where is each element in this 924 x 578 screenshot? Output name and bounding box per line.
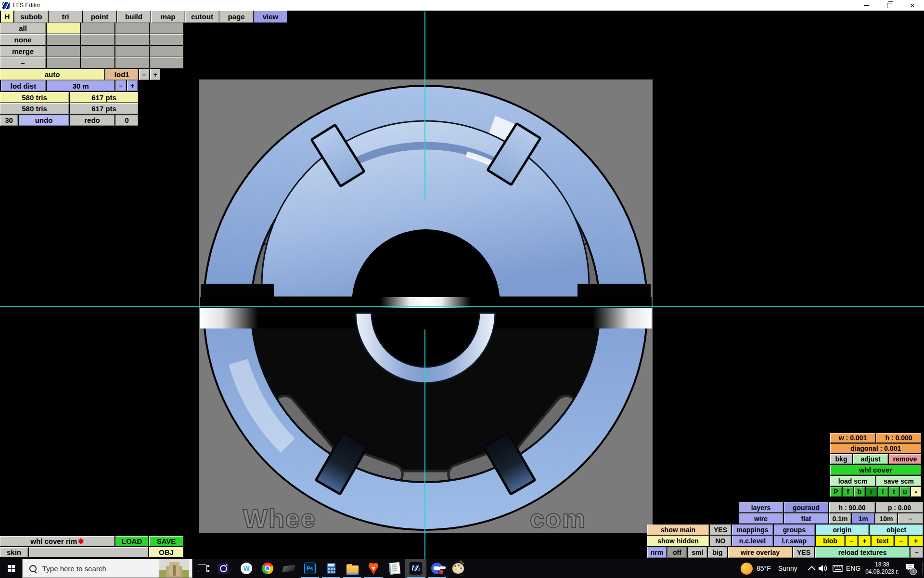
notification-button[interactable]: 1	[902, 559, 918, 578]
view-r-button[interactable]: r	[866, 487, 877, 497]
touch-keyboard-button[interactable]	[831, 559, 845, 578]
lod-dist-minus-button[interactable]: –	[116, 80, 126, 91]
show-hidden-button[interactable]: show hidden	[647, 536, 709, 546]
grid-10m-button[interactable]: 10m	[875, 513, 897, 524]
restore-button[interactable]	[878, 0, 900, 11]
lr-swap-button[interactable]: l.r.swap	[774, 536, 815, 546]
reload-minus-button[interactable]: –	[911, 547, 923, 558]
grid-cell[interactable]	[81, 46, 115, 57]
origin-button[interactable]: origin	[816, 525, 869, 535]
menu-tri[interactable]: tri	[49, 11, 82, 23]
skin-name-field[interactable]	[29, 547, 148, 557]
menu-cutout[interactable]: cutout	[185, 11, 219, 23]
taskbar-icon-file-explorer[interactable]	[342, 559, 363, 578]
groups-button[interactable]: groups	[774, 525, 815, 535]
text-button[interactable]: text	[872, 536, 894, 546]
grid-cell[interactable]	[81, 34, 115, 45]
merge-button[interactable]: merge	[0, 46, 46, 57]
weather-temp[interactable]: 85°F	[757, 559, 771, 578]
flat-button[interactable]: flat	[784, 513, 828, 524]
grid-cell[interactable]	[81, 23, 115, 34]
object-file-name[interactable]: whl cover rim✱	[0, 536, 115, 546]
menu-h[interactable]: H	[1, 11, 13, 23]
close-button[interactable]: ✕	[901, 0, 924, 11]
grid-cell-active[interactable]	[47, 23, 80, 34]
taskbar-icon-photoshop[interactable]: Ps	[299, 559, 321, 578]
show-hidden-state[interactable]: NO	[710, 536, 731, 546]
taskbar-icon-ring-app[interactable]	[213, 559, 234, 578]
nrm-big-button[interactable]: big	[708, 547, 727, 558]
load-button[interactable]: LOAD	[116, 536, 148, 546]
grid-minus-button[interactable]: –	[898, 513, 923, 524]
skin-button[interactable]: skin	[0, 547, 28, 557]
language-indicator[interactable]: ENG	[846, 559, 860, 578]
taskbar-search[interactable]	[22, 559, 192, 578]
grid-cell[interactable]	[47, 57, 80, 68]
volume-button[interactable]	[816, 559, 830, 578]
taskbar-icon-calculator[interactable]	[321, 559, 342, 578]
grid-1m-button[interactable]: 1m	[852, 513, 874, 524]
remove-button[interactable]: remove	[889, 454, 921, 464]
show-main-state[interactable]: YES	[710, 525, 731, 535]
grid-0-1m-button[interactable]: 0.1m	[829, 513, 851, 524]
taskbar-icon-w-app[interactable]: W	[236, 559, 257, 578]
search-input[interactable]	[41, 564, 140, 573]
lod-dist-plus-button[interactable]: +	[127, 80, 138, 91]
select-all-button[interactable]: all	[0, 23, 46, 34]
text-plus-button[interactable]: +	[909, 536, 923, 546]
lod-dist-label[interactable]: lod dist	[1, 80, 46, 91]
grid-cell[interactable]	[116, 34, 149, 45]
mappings-button[interactable]: mappings	[732, 525, 773, 535]
select-none-button[interactable]: none	[0, 34, 46, 45]
search-highlight-image[interactable]	[159, 559, 189, 578]
grid-cell[interactable]	[116, 23, 149, 34]
save-scm-button[interactable]: save scm	[876, 476, 921, 486]
view-f-button[interactable]: f	[843, 487, 853, 497]
show-desktop-divider[interactable]	[922, 562, 923, 575]
clock[interactable]: 18:38 04.08.2023 г.	[864, 559, 900, 578]
lod-dist-value[interactable]: 30 m	[47, 80, 115, 91]
grid-cell[interactable]	[47, 34, 80, 45]
save-button[interactable]: SAVE	[149, 536, 183, 546]
minus-row-button[interactable]: –	[0, 57, 46, 68]
view-b-button[interactable]: b	[854, 487, 865, 497]
show-main-button[interactable]: show main	[647, 525, 709, 535]
nrm-off-button[interactable]: off	[667, 547, 687, 558]
menu-subob[interactable]: subob	[14, 11, 48, 23]
grid-cell[interactable]	[150, 34, 183, 45]
taskbar-icon-chrome[interactable]	[257, 559, 278, 578]
wire-overlay-button[interactable]: wire overlay	[728, 547, 792, 558]
blob-plus-button[interactable]: +	[859, 536, 871, 546]
reload-textures-button[interactable]: reload textures	[815, 547, 910, 558]
nrm-button[interactable]: nrm	[647, 547, 667, 558]
minimize-button[interactable]	[855, 0, 877, 11]
nc-level-button[interactable]: n.c.level	[732, 536, 773, 546]
grid-cell[interactable]	[47, 46, 80, 57]
wire-button[interactable]: wire	[739, 513, 783, 524]
menu-build[interactable]: build	[117, 11, 151, 23]
weather-condition[interactable]: Sunny	[778, 559, 797, 578]
view-u-button[interactable]: u	[900, 487, 910, 497]
weather-widget[interactable]	[740, 559, 753, 578]
bkg-button[interactable]: bkg	[830, 454, 852, 464]
layers-button[interactable]: layers	[739, 502, 783, 512]
menu-page[interactable]: page	[219, 11, 253, 23]
blob-minus-button[interactable]: –	[846, 536, 858, 546]
wire-overlay-state[interactable]: YES	[793, 547, 814, 558]
menu-point[interactable]: point	[83, 11, 116, 23]
load-scm-button[interactable]: load scm	[830, 476, 875, 486]
taskbar-icon-notepad[interactable]	[384, 559, 405, 578]
view-dot-button[interactable]: ●	[911, 487, 921, 497]
undo-button[interactable]: undo	[19, 115, 69, 126]
grid-cell[interactable]	[81, 57, 115, 68]
lod-plus-button[interactable]: +	[150, 69, 160, 80]
grid-cell[interactable]	[116, 46, 149, 57]
gouraud-button[interactable]: gouraud	[784, 502, 828, 512]
menu-map[interactable]: map	[151, 11, 185, 23]
view-p-button[interactable]: P	[830, 487, 842, 497]
start-button[interactable]	[0, 559, 22, 578]
taskbar-icon-brave[interactable]	[363, 559, 384, 578]
lod-auto-button[interactable]: auto	[0, 69, 104, 80]
lod-select-button[interactable]: lod1	[105, 69, 138, 80]
grid-cell[interactable]	[116, 57, 149, 68]
